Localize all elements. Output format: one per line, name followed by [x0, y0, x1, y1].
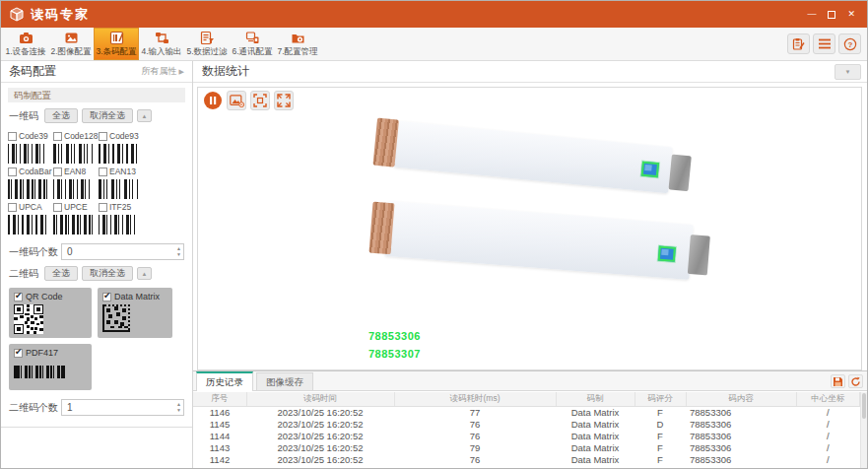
checkbox-icon[interactable] [8, 132, 17, 141]
history-actions [831, 374, 863, 388]
oned-deselect-all-button[interactable]: 取消全选 [82, 108, 133, 123]
list-button[interactable] [813, 34, 835, 54]
decode-results: 78853306 78853307 [368, 327, 421, 363]
barcode-sample-image [99, 179, 138, 199]
list-icon [819, 38, 831, 49]
table-row[interactable]: 1145 2023/10/25 16:20:52 76 Data Matrix … [193, 418, 860, 430]
tab-device-connect[interactable]: 1.设备连接 [3, 28, 48, 60]
detected-code-highlight [658, 246, 676, 262]
barcode-type-label: CodaBar [19, 167, 52, 176]
checkbox-icon[interactable] [14, 349, 23, 358]
camera-icon [19, 31, 33, 45]
barcode-type-item[interactable]: ITF25 [99, 202, 143, 234]
fullscreen-button[interactable] [274, 91, 294, 110]
table-header-row: 序号 读码时间 读码耗时(ms) 码制 码评分 码内容 中心坐标 [193, 392, 860, 406]
refresh-icon [850, 376, 861, 387]
fit-view-button[interactable] [250, 91, 270, 110]
tab-barcode-config[interactable]: 3.条码配置 [94, 28, 139, 60]
checkbox-icon[interactable] [99, 203, 107, 212]
barcode-type-item[interactable]: EAN8 [53, 167, 98, 199]
checkbox-icon[interactable] [8, 168, 17, 176]
checkbox-icon[interactable] [14, 293, 23, 302]
oned-count-label: 一维码个数 [9, 245, 61, 259]
barcode-sample-image [53, 215, 93, 234]
twod-count-input[interactable]: 1 ▲▼ [61, 399, 184, 416]
oned-controls-row: 一维码 全选 取消全选 ▲ [9, 108, 184, 123]
qrcode-tile[interactable]: QR Code [9, 288, 92, 338]
twod-deselect-all-button[interactable]: 取消全选 [82, 266, 133, 281]
tab-config-manage[interactable]: 7.配置管理 [275, 28, 320, 60]
oned-select-all-button[interactable]: 全选 [44, 108, 78, 123]
tab-comm-config[interactable]: 6.通讯配置 [230, 28, 275, 60]
col-header: 序号 [193, 392, 246, 406]
barcode-sample-image [99, 215, 138, 234]
log-icon [792, 37, 805, 50]
titlebar: 读码专家 — ✕ [1, 1, 867, 28]
history-section: 历史记录 图像缓存 [193, 370, 867, 468]
pause-button[interactable] [203, 91, 223, 110]
datamatrix-tile[interactable]: Data Matrix [98, 288, 172, 338]
twod-count-label: 二维码个数 [9, 401, 61, 415]
spinner-arrows-icon[interactable]: ▲▼ [176, 400, 181, 415]
barcode-type-item[interactable]: Code128 [53, 131, 98, 164]
barcode-type-item[interactable]: UPCA [8, 202, 52, 234]
checkbox-icon[interactable] [99, 168, 107, 176]
checkbox-icon[interactable] [102, 293, 111, 302]
minimize-icon[interactable]: — [807, 10, 816, 19]
spinner-arrows-icon[interactable]: ▲▼ [176, 244, 181, 259]
checkbox-icon[interactable] [99, 132, 107, 141]
twod-collapse-button[interactable]: ▲ [137, 267, 152, 280]
pdf417-tile[interactable]: PDF417 [9, 344, 92, 390]
maximize-icon[interactable] [828, 11, 835, 19]
barcode-type-item[interactable]: UPCE [53, 202, 98, 234]
tab-label: 2.图像配置 [50, 46, 91, 58]
copper-tab [368, 202, 394, 255]
detected-code-highlight [641, 162, 659, 178]
pdf417-sample-image [14, 366, 65, 378]
io-icon [155, 31, 169, 45]
table-row[interactable]: 1142 2023/10/25 16:20:52 76 Data Matrix … [193, 453, 860, 465]
barcode-type-item[interactable]: Code93 [99, 131, 143, 164]
checkbox-icon[interactable] [53, 203, 62, 212]
table-scrollbar[interactable] [860, 392, 867, 468]
battery-cell-top [393, 121, 672, 194]
history-table[interactable]: 序号 读码时间 读码耗时(ms) 码制 码评分 码内容 中心坐标 [193, 392, 860, 468]
oned-count-row: 一维码个数 0 ▲▼ [9, 243, 184, 260]
barcode-type-label: Code93 [109, 131, 139, 141]
checkbox-icon[interactable] [8, 203, 17, 212]
table-row[interactable]: 1146 2023/10/25 16:20:52 77 Data Matrix … [193, 406, 860, 418]
checkbox-icon[interactable] [53, 168, 62, 176]
image-icon [64, 31, 79, 45]
refresh-button[interactable] [848, 374, 863, 388]
twod-select-all-button[interactable]: 全选 [44, 266, 78, 281]
image-clear-button[interactable] [227, 91, 246, 110]
help-icon: ? [843, 37, 857, 51]
log-button[interactable] [787, 34, 810, 54]
table-row[interactable]: 1144 2023/10/25 16:20:52 76 Data Matrix … [193, 430, 860, 441]
checkbox-icon[interactable] [53, 132, 62, 141]
all-properties-link[interactable]: 所有属性 ▶ [142, 65, 184, 78]
tab-data-filter[interactable]: 5.数据过滤 [184, 28, 230, 60]
barcode-sample-image [8, 179, 47, 199]
oned-collapse-button[interactable]: ▲ [137, 109, 152, 122]
tab-image-cache[interactable]: 图像缓存 [256, 372, 313, 390]
image-viewer: 78853306 78853307 [197, 87, 862, 370]
scrollbar-thumb[interactable] [862, 393, 866, 419]
save-button[interactable] [831, 374, 845, 388]
tab-input-output[interactable]: 4.输入输出 [139, 28, 184, 60]
oned-count-input[interactable]: 0 ▲▼ [61, 243, 184, 260]
help-button[interactable]: ? [838, 34, 861, 54]
app-window: 读码专家 — ✕ 1.设备连接 2.图像配置 3.条码配置 4.输入输出 5.数… [0, 0, 868, 469]
panel-dropdown-button[interactable]: ▼ [835, 64, 861, 80]
close-icon[interactable]: ✕ [847, 10, 855, 19]
tab-image-config[interactable]: 2.图像配置 [48, 28, 94, 60]
table-row[interactable]: 1143 2023/10/25 16:20:52 79 Data Matrix … [193, 441, 860, 453]
twod-controls-row: 二维码 全选 取消全选 ▲ [9, 266, 184, 281]
barcode-type-item[interactable]: CodaBar [8, 167, 52, 199]
tab-history-record[interactable]: 历史记录 [196, 371, 253, 391]
col-header: 码评分 [634, 392, 686, 406]
barcode-type-item[interactable]: Code39 [8, 131, 52, 164]
config-manage-icon [291, 31, 305, 45]
table-row[interactable]: 1141 2023/10/25 16:20:52 76 Data Matrix … [193, 465, 860, 468]
barcode-type-item[interactable]: EAN13 [99, 167, 143, 199]
